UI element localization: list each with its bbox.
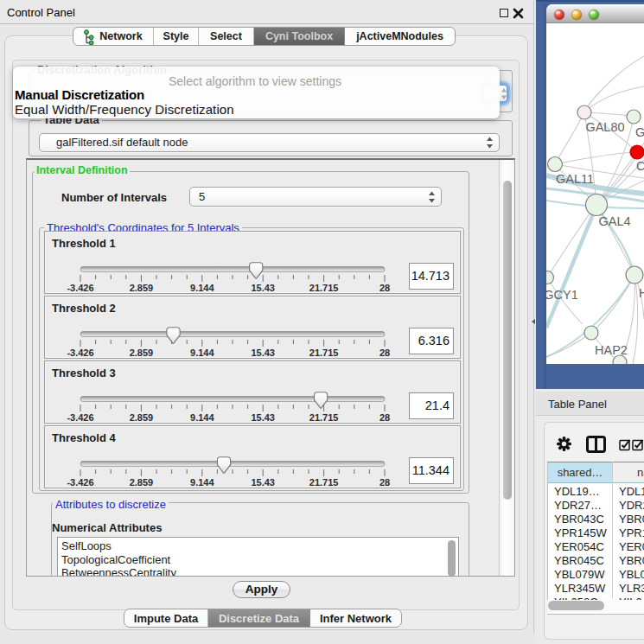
svg-text:28: 28 bbox=[379, 283, 390, 293]
svg-text:9.144: 9.144 bbox=[190, 412, 214, 423]
svg-text:2.859: 2.859 bbox=[130, 477, 154, 488]
svg-text:28: 28 bbox=[379, 477, 390, 488]
svg-text:-3.426: -3.426 bbox=[67, 412, 93, 423]
svg-text:15.43: 15.43 bbox=[251, 477, 275, 488]
svg-text:HIS: HIS bbox=[639, 286, 644, 300]
svg-text:21.715: 21.715 bbox=[309, 412, 339, 423]
svg-text:2.859: 2.859 bbox=[130, 283, 154, 293]
svg-text:15.43: 15.43 bbox=[251, 412, 275, 423]
svg-text:21.715: 21.715 bbox=[309, 348, 339, 358]
svg-text:15.43: 15.43 bbox=[251, 348, 275, 358]
svg-text:-3.426: -3.426 bbox=[67, 477, 93, 488]
svg-text:9.144: 9.144 bbox=[190, 348, 214, 358]
svg-text:GAL11: GAL11 bbox=[556, 172, 594, 186]
svg-text:9.144: 9.144 bbox=[190, 477, 214, 488]
svg-text:-3.426: -3.426 bbox=[67, 283, 93, 293]
svg-text:-3.426: -3.426 bbox=[67, 348, 93, 358]
svg-text:2.859: 2.859 bbox=[130, 412, 154, 423]
svg-text:9.144: 9.144 bbox=[190, 283, 214, 293]
svg-text:15.43: 15.43 bbox=[251, 283, 275, 293]
svg-text:GCY1: GCY1 bbox=[546, 288, 578, 302]
svg-text:GAL80: GAL80 bbox=[585, 120, 624, 134]
svg-text:HAP2: HAP2 bbox=[595, 343, 628, 357]
svg-text:CDC: CDC bbox=[636, 159, 644, 173]
svg-text:GAL: GAL bbox=[635, 125, 644, 139]
svg-text:21.715: 21.715 bbox=[309, 283, 339, 293]
svg-text:28: 28 bbox=[379, 348, 390, 358]
svg-text:28: 28 bbox=[379, 412, 390, 423]
svg-text:2.859: 2.859 bbox=[130, 348, 154, 358]
svg-text:GAL4: GAL4 bbox=[598, 214, 630, 228]
svg-text:21.715: 21.715 bbox=[309, 477, 339, 488]
